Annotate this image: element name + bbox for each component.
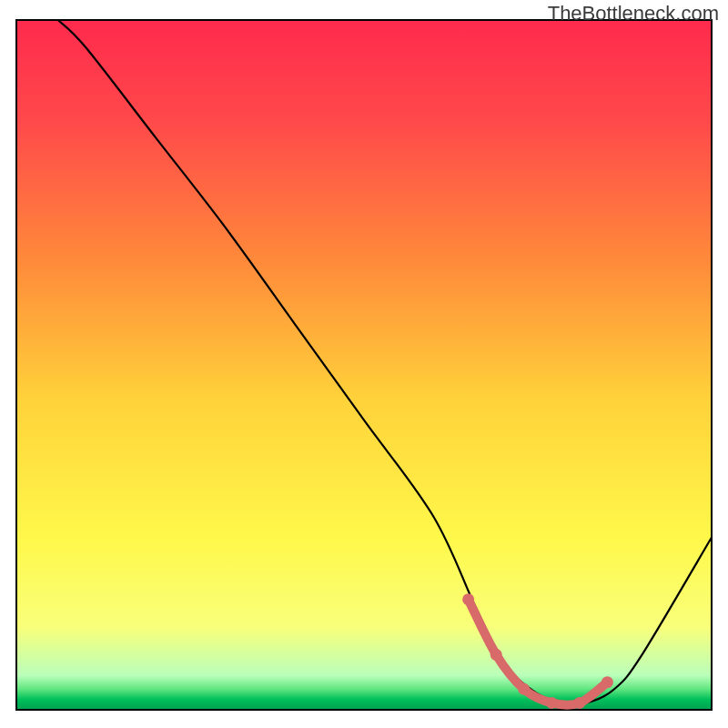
highlight-dot [462,593,474,605]
highlight-dot [490,649,502,661]
watermark-text: TheBottleneck.com [548,2,719,25]
highlight-dot [602,676,613,688]
highlight-dot [573,697,585,709]
highlight-dot [518,683,530,695]
highlight-dot [546,697,558,709]
plot-background [16,20,712,710]
chart-svg [0,0,728,728]
chart-container: TheBottleneck.com [0,0,728,728]
